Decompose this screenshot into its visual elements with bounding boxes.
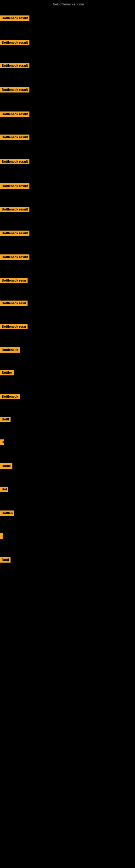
bottleneck-result-label: Bottler <box>0 370 14 375</box>
bottleneck-result-label: Bottl <box>0 557 10 563</box>
bottleneck-result-label: Bottleneck result <box>0 112 30 117</box>
bottleneck-result-label: Bottleneck result <box>0 159 30 164</box>
bottleneck-result-label: Bottleneck result <box>0 134 30 140</box>
bottleneck-result-label: B <box>0 439 4 445</box>
bottleneck-result-label: Bottleneck result <box>0 207 30 212</box>
bottleneck-result-label: Bottleneck resu <box>0 301 28 306</box>
bottleneck-result-label: Bottleneck result <box>0 87 30 93</box>
bottleneck-result-label: Bottleneck result <box>0 16 30 21</box>
bottleneck-result-label: Bottleneck <box>0 347 20 352</box>
bottleneck-result-label: Bottleneck result <box>0 230 30 236</box>
bottleneck-result-label: Bottleneck resu <box>0 324 28 329</box>
bottleneck-result-label: Bottleneck result <box>0 254 30 260</box>
bottleneck-result-label: Bottle <box>0 463 12 469</box>
bottleneck-result-label: Bottl <box>0 416 10 422</box>
bottleneck-result-label: Bottleneck <box>0 394 20 399</box>
bottleneck-result-label: Bottlen <box>0 510 14 516</box>
site-title: TheBottlenecker.com <box>0 2 135 6</box>
bottleneck-result-label: | <box>0 533 3 539</box>
bottleneck-result-label: Bot <box>0 487 8 492</box>
bottleneck-result-label: Bottleneck resu <box>0 278 28 283</box>
bottleneck-result-label: Bottleneck result <box>0 63 30 68</box>
bottleneck-result-label: Bottleneck result <box>0 40 30 45</box>
bottleneck-result-label: Bottleneck result <box>0 183 30 189</box>
